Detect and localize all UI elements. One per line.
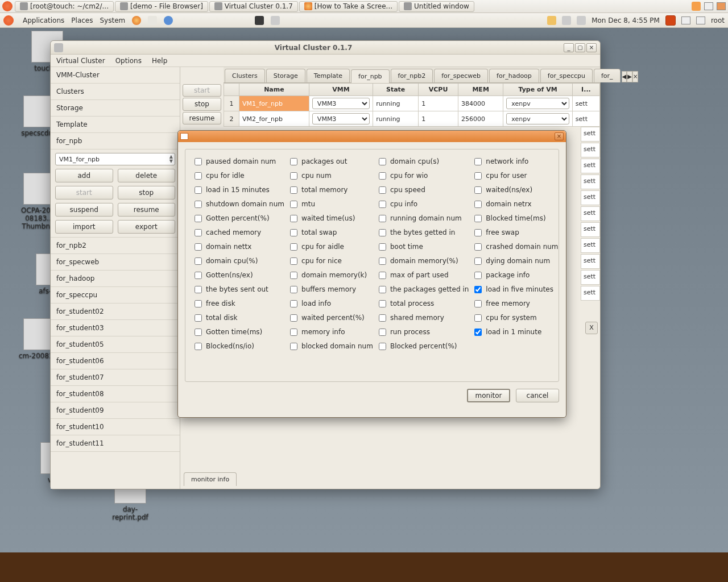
tab[interactable]: Template [307, 69, 350, 82]
checkbox[interactable] [290, 243, 297, 251]
checkbox[interactable] [195, 329, 202, 336]
sett-cell[interactable]: sett [581, 222, 600, 237]
checkbox[interactable] [195, 257, 202, 265]
close-button[interactable]: × [586, 43, 597, 52]
resume-button[interactable]: resume [118, 203, 176, 217]
checkbox[interactable] [290, 314, 297, 322]
menu-item[interactable]: Options [115, 57, 142, 65]
help-icon[interactable] [164, 16, 173, 25]
menu-item[interactable]: Virtual Cluster [56, 57, 105, 65]
checkbox-option[interactable]: waited percent(%) [290, 314, 373, 322]
column-header[interactable]: VCPU [419, 84, 458, 96]
checkbox[interactable] [474, 300, 482, 307]
checkbox-option[interactable]: domain cpu(%) [195, 257, 284, 265]
firefox-icon[interactable] [132, 16, 141, 25]
tab[interactable]: for_ [594, 69, 621, 82]
checkbox-option[interactable]: the packages getted in [379, 285, 469, 293]
type-select[interactable]: xenpv [506, 98, 569, 109]
task-item[interactable]: [demo - File Browser] [115, 1, 208, 12]
column-header[interactable]: Name [239, 84, 309, 96]
checkbox-option[interactable]: total memory [290, 186, 373, 194]
user-label[interactable]: root [711, 16, 725, 24]
tab-nav-button[interactable]: × [632, 71, 638, 82]
column-header[interactable]: I... [572, 84, 599, 96]
checkbox[interactable] [379, 300, 386, 307]
sidebar-item[interactable]: for_student03 [51, 320, 180, 336]
menu-applications[interactable]: Applications [23, 16, 64, 24]
task-item[interactable]: Untitled window [399, 1, 474, 12]
sidebar-item[interactable]: VMM-Cluster [51, 67, 180, 84]
stop-button[interactable]: stop [183, 98, 221, 110]
checkbox[interactable] [379, 186, 386, 194]
tab-nav-button[interactable]: ▶ [627, 71, 632, 82]
suspend-button[interactable]: suspend [55, 203, 113, 217]
workspace-switcher[interactable] [717, 2, 726, 10]
checkbox[interactable] [474, 172, 482, 180]
checkbox-option[interactable]: load in 1 minute [474, 328, 558, 336]
checkbox-option[interactable]: domain cpu(s) [379, 157, 469, 165]
workspace-icon[interactable] [681, 16, 690, 24]
checkbox-option[interactable]: shutdown domain num [195, 200, 284, 208]
sidebar-item[interactable]: Template [51, 117, 180, 133]
import-button[interactable]: import [55, 220, 113, 234]
checkbox-option[interactable]: domain memory(%) [379, 257, 469, 265]
checkbox-option[interactable]: waited time(us) [290, 214, 373, 222]
checkbox-option[interactable]: blocked domain num [290, 342, 373, 350]
checkbox[interactable] [379, 172, 386, 180]
checkbox-option[interactable]: the bytes getted in [379, 228, 469, 236]
checkbox[interactable] [474, 229, 482, 236]
sidebar-item[interactable]: for_hadoop [51, 271, 180, 287]
checkbox-option[interactable]: free swap [474, 228, 558, 236]
checkbox-option[interactable]: domain memory(k) [290, 271, 373, 279]
checkbox[interactable] [290, 272, 297, 279]
checkbox[interactable] [195, 243, 202, 251]
maximize-button[interactable]: ▢ [575, 43, 585, 52]
checkbox-option[interactable]: total process [379, 300, 469, 307]
sidebar-item[interactable]: for_npb [51, 133, 180, 149]
checkbox[interactable] [379, 201, 386, 208]
checkbox[interactable] [379, 343, 386, 350]
monitor-button[interactable]: monitor [467, 389, 510, 402]
checkbox[interactable] [195, 286, 202, 293]
checkbox-option[interactable]: run process [379, 328, 469, 336]
sidebar-item[interactable]: for_speccpu [51, 287, 180, 304]
checkbox[interactable] [474, 201, 482, 208]
checkbox[interactable] [195, 158, 202, 165]
resume-button[interactable]: resume [183, 112, 221, 124]
checkbox[interactable] [474, 215, 482, 222]
sett-cell[interactable]: sett [581, 270, 600, 285]
export-button[interactable]: export [118, 220, 176, 234]
checkbox-option[interactable]: packages out [290, 157, 373, 165]
sidebar-item[interactable]: for_student02 [51, 304, 180, 320]
checkbox[interactable] [474, 158, 482, 165]
checkbox-option[interactable]: free disk [195, 300, 284, 307]
sidebar-item[interactable]: Storage [51, 100, 180, 117]
sett-cell[interactable]: sett [581, 143, 600, 157]
checkbox[interactable] [379, 314, 386, 322]
column-header[interactable] [224, 84, 239, 96]
column-header[interactable]: State [373, 84, 419, 96]
checkbox-option[interactable]: Gotten time(ms) [195, 328, 284, 336]
checkbox[interactable] [290, 300, 297, 307]
sett-cell[interactable]: sett [581, 254, 600, 269]
checkbox-option[interactable]: memory info [290, 328, 373, 336]
sidebar-item[interactable]: for_student05 [51, 336, 180, 353]
checkbox[interactable] [290, 215, 297, 222]
sett-cell[interactable]: sett [581, 190, 600, 205]
checkbox-option[interactable]: Blocked percent(%) [379, 342, 469, 350]
checkbox-option[interactable]: shared memory [379, 314, 469, 322]
sidebar-item[interactable]: for_student10 [51, 419, 180, 435]
app-icon[interactable] [692, 2, 701, 11]
checkbox[interactable] [379, 243, 386, 251]
type-select[interactable]: xenpv [506, 113, 569, 124]
checkbox-option[interactable]: the bytes sent out [195, 285, 284, 293]
checkbox[interactable] [474, 314, 482, 322]
workspace-icon[interactable] [696, 16, 705, 24]
checkbox[interactable] [195, 186, 202, 194]
close-button[interactable]: × [555, 132, 564, 140]
checkbox-option[interactable]: cpu info [379, 200, 469, 208]
sett-cell[interactable]: sett [581, 238, 600, 253]
checkbox[interactable] [379, 158, 386, 165]
tab[interactable]: for_npb2 [391, 69, 433, 82]
sett-cell[interactable]: sett [581, 127, 600, 142]
